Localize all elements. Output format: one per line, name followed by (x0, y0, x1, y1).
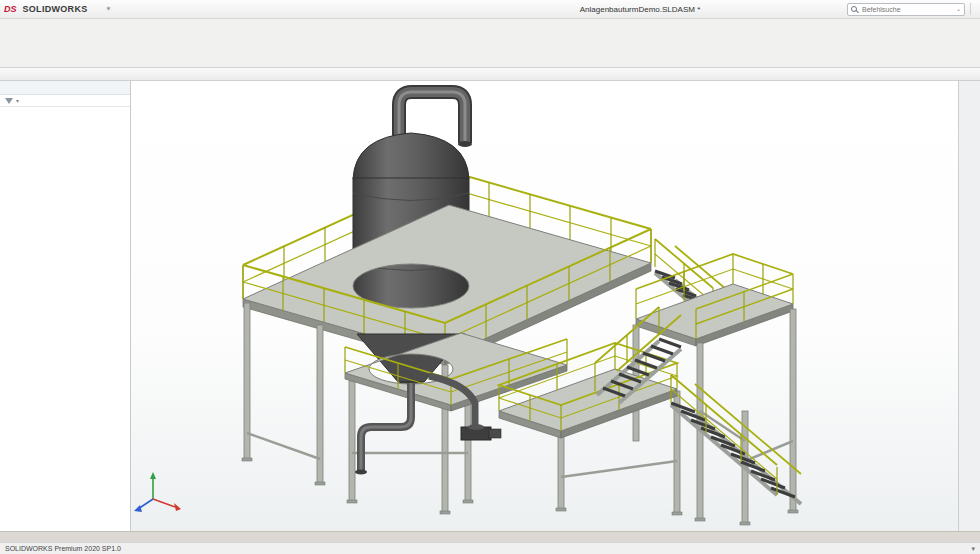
orientation-triad (134, 472, 181, 512)
ribbon (0, 19, 980, 68)
search-dropdown-arrow-icon[interactable]: ⌄ (956, 6, 961, 12)
titlebar: DSSOLIDWORKS ✶ AnlagenbauturmDemo.SLDASM… (0, 0, 980, 19)
document-window-controls (975, 68, 977, 80)
model-3d (131, 81, 958, 531)
featuremanager-panel: ▾ (0, 81, 131, 531)
command-search-input[interactable] (860, 5, 953, 14)
command-tab-row (0, 68, 980, 81)
main-content: ▾ (0, 81, 980, 531)
status-version: SOLIDWORKS Premium 2020 SP1.0 (5, 545, 121, 552)
graphics-area[interactable] (131, 81, 958, 531)
titlebar-right: ⌄ (847, 3, 976, 16)
menu-pin-icon[interactable]: ✶ (106, 5, 112, 13)
model-tab-bar (0, 531, 980, 542)
command-search[interactable]: ⌄ (847, 3, 965, 16)
status-options-icon[interactable]: ▾ (971, 545, 975, 553)
feature-tree (0, 107, 130, 531)
solidworks-logo: DS (4, 4, 17, 14)
filter-dropdown-arrow-icon[interactable]: ▾ (16, 97, 19, 104)
panel-tabs (0, 81, 130, 95)
tab-nav-arrows (0, 532, 6, 542)
solidworks-window: DSSOLIDWORKS ✶ AnlagenbauturmDemo.SLDASM… (0, 0, 980, 554)
search-icon (851, 6, 857, 12)
tree-filter-row[interactable]: ▾ (0, 95, 130, 107)
divider (970, 3, 971, 15)
document-title: AnlagenbauturmDemo.SLDASM * (580, 5, 701, 14)
status-bar: SOLIDWORKS Premium 2020 SP1.0 ▾ (0, 542, 980, 554)
filter-funnel-icon (5, 98, 13, 104)
task-pane (958, 81, 980, 531)
solidworks-wordmark: SOLIDWORKS (23, 4, 88, 14)
